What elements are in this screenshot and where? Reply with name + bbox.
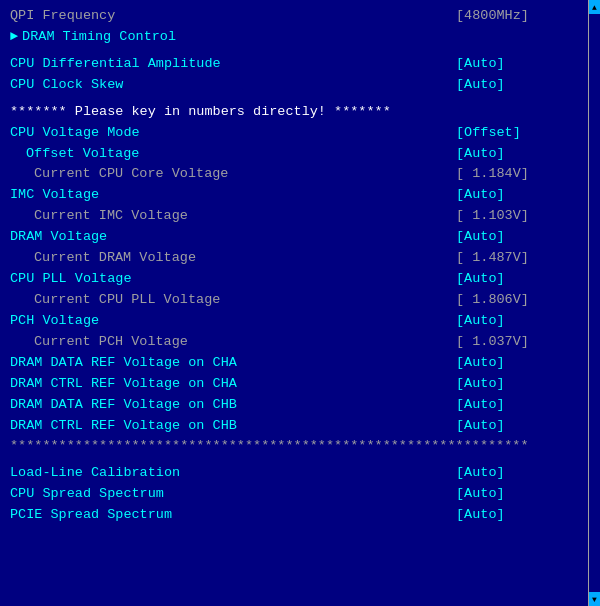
row-label-warning: ******* Please key in numbers directly! … <box>10 104 391 119</box>
row-value-cpu-pll-volt: [Auto] <box>456 269 576 290</box>
row-label-qpi-freq: QPI Frequency <box>10 6 456 27</box>
row-dram-ctrl-chb[interactable]: DRAM CTRL REF Voltage on CHB[Auto] <box>10 416 576 437</box>
row-label-pch-volt: PCH Voltage <box>10 311 456 332</box>
row-label-dram-timing: DRAM Timing Control <box>22 27 576 48</box>
row-dram-timing[interactable]: ► DRAM Timing Control <box>10 27 576 48</box>
row-value-cpu-diff-amp: [Auto] <box>456 54 576 75</box>
row-label-cpu-clk-skew: CPU Clock Skew <box>10 75 456 96</box>
row-label-dram-data-cha: DRAM DATA REF Voltage on CHA <box>10 353 456 374</box>
row-label-cpu-volt-mode: CPU Voltage Mode <box>10 123 456 144</box>
row-imc-volt[interactable]: IMC Voltage[Auto] <box>10 185 576 206</box>
row-qpi-freq[interactable]: QPI Frequency[4800MHz] <box>10 6 576 27</box>
row-value-cpu-spread: [Auto] <box>456 484 576 505</box>
row-value-curr-dram: [ 1.487V] <box>456 248 576 269</box>
bios-screen: QPI Frequency[4800MHz]► DRAM Timing Cont… <box>0 0 600 606</box>
row-value-dram-volt: [Auto] <box>456 227 576 248</box>
row-dram-data-cha[interactable]: DRAM DATA REF Voltage on CHA[Auto] <box>10 353 576 374</box>
row-value-pch-volt: [Auto] <box>456 311 576 332</box>
row-value-imc-volt: [Auto] <box>456 185 576 206</box>
row-curr-cpu-core[interactable]: Current CPU Core Voltage[ 1.184V] <box>10 164 576 185</box>
row-value-cpu-clk-skew: [Auto] <box>456 75 576 96</box>
row-dram-ctrl-cha[interactable]: DRAM CTRL REF Voltage on CHA[Auto] <box>10 374 576 395</box>
row-dram-data-chb[interactable]: DRAM DATA REF Voltage on CHB[Auto] <box>10 395 576 416</box>
row-value-offset-volt: [Auto] <box>456 144 576 165</box>
row-label-offset-volt: Offset Voltage <box>10 144 456 165</box>
row-warning: ******* Please key in numbers directly! … <box>10 102 576 123</box>
row-pch-volt[interactable]: PCH Voltage[Auto] <box>10 311 576 332</box>
scrollbar[interactable]: ▲ ▼ <box>588 0 600 606</box>
row-value-dram-data-cha: [Auto] <box>456 353 576 374</box>
row-value-load-line: [Auto] <box>456 463 576 484</box>
scroll-down-button[interactable]: ▼ <box>589 592 601 606</box>
row-cpu-spread[interactable]: CPU Spread Spectrum[Auto] <box>10 484 576 505</box>
row-curr-pch[interactable]: Current PCH Voltage[ 1.037V] <box>10 332 576 353</box>
row-label-load-line: Load-Line Calibration <box>10 463 456 484</box>
row-value-curr-imc: [ 1.103V] <box>456 206 576 227</box>
row-cpu-pll-volt[interactable]: CPU PLL Voltage[Auto] <box>10 269 576 290</box>
settings-list: QPI Frequency[4800MHz]► DRAM Timing Cont… <box>10 6 590 526</box>
row-label-separator: ****************************************… <box>10 438 528 453</box>
row-value-dram-ctrl-cha: [Auto] <box>456 374 576 395</box>
row-label-curr-dram: Current DRAM Voltage <box>10 248 456 269</box>
row-label-imc-volt: IMC Voltage <box>10 185 456 206</box>
row-label-cpu-diff-amp: CPU Differential Amplitude <box>10 54 456 75</box>
row-label-curr-imc: Current IMC Voltage <box>10 206 456 227</box>
row-value-pcie-spread: [Auto] <box>456 505 576 526</box>
row-value-curr-pch: [ 1.037V] <box>456 332 576 353</box>
row-cpu-volt-mode[interactable]: CPU Voltage Mode[Offset] <box>10 123 576 144</box>
row-label-dram-ctrl-cha: DRAM CTRL REF Voltage on CHA <box>10 374 456 395</box>
row-cpu-diff-amp[interactable]: CPU Differential Amplitude[Auto] <box>10 54 576 75</box>
row-cpu-clk-skew[interactable]: CPU Clock Skew[Auto] <box>10 75 576 96</box>
scroll-thumb <box>589 14 601 592</box>
row-dram-volt[interactable]: DRAM Voltage[Auto] <box>10 227 576 248</box>
arrow-icon-dram-timing: ► <box>10 27 18 48</box>
row-label-curr-cpu-pll: Current CPU PLL Voltage <box>10 290 456 311</box>
row-label-cpu-spread: CPU Spread Spectrum <box>10 484 456 505</box>
row-label-cpu-pll-volt: CPU PLL Voltage <box>10 269 456 290</box>
row-load-line[interactable]: Load-Line Calibration[Auto] <box>10 463 576 484</box>
row-curr-dram[interactable]: Current DRAM Voltage[ 1.487V] <box>10 248 576 269</box>
row-label-curr-cpu-core: Current CPU Core Voltage <box>10 164 456 185</box>
row-value-qpi-freq: [4800MHz] <box>456 6 576 27</box>
scroll-up-button[interactable]: ▲ <box>589 0 601 14</box>
row-value-curr-cpu-core: [ 1.184V] <box>456 164 576 185</box>
row-curr-cpu-pll[interactable]: Current CPU PLL Voltage[ 1.806V] <box>10 290 576 311</box>
row-value-cpu-volt-mode: [Offset] <box>456 123 576 144</box>
row-curr-imc[interactable]: Current IMC Voltage[ 1.103V] <box>10 206 576 227</box>
row-value-curr-cpu-pll: [ 1.806V] <box>456 290 576 311</box>
row-value-dram-data-chb: [Auto] <box>456 395 576 416</box>
row-separator: ****************************************… <box>10 436 576 457</box>
row-value-dram-ctrl-chb: [Auto] <box>456 416 576 437</box>
row-label-dram-data-chb: DRAM DATA REF Voltage on CHB <box>10 395 456 416</box>
row-label-dram-ctrl-chb: DRAM CTRL REF Voltage on CHB <box>10 416 456 437</box>
row-label-curr-pch: Current PCH Voltage <box>10 332 456 353</box>
row-label-dram-volt: DRAM Voltage <box>10 227 456 248</box>
row-offset-volt[interactable]: Offset Voltage[Auto] <box>10 144 576 165</box>
row-label-pcie-spread: PCIE Spread Spectrum <box>10 505 456 526</box>
row-pcie-spread[interactable]: PCIE Spread Spectrum[Auto] <box>10 505 576 526</box>
